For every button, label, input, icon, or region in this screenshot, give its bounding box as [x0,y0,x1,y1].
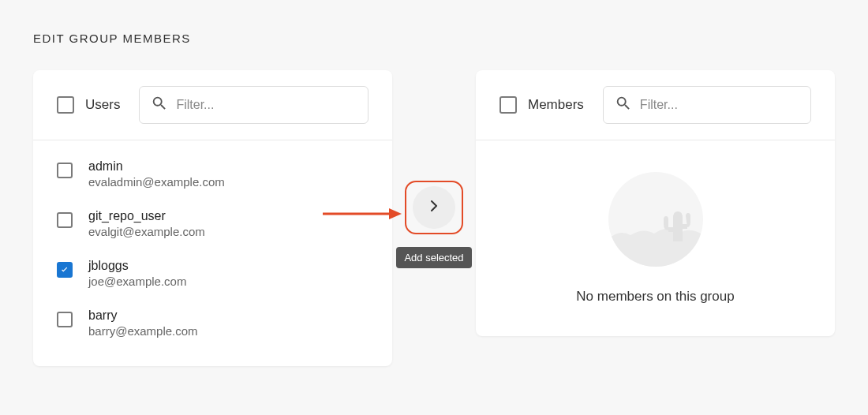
user-email: evaladmin@example.com [88,175,225,189]
add-selected-tooltip: Add selected [396,247,471,268]
members-panel: Members [476,70,835,336]
transfer-button-highlight [405,181,463,234]
svg-rect-2 [668,227,675,232]
cactus-icon [608,172,703,267]
user-email: evalgit@example.com [88,225,205,238]
empty-state-text: No members on this group [492,289,819,305]
users-list: admin evaladmin@example.com git_repo_use… [33,140,392,366]
user-email: barry@example.com [88,324,198,338]
members-panel-header: Members [476,70,835,140]
select-all-members-checkbox[interactable] [499,96,517,114]
chevron-right-icon [425,196,443,219]
users-filter-wrap [139,86,369,124]
user-info: admin evaladmin@example.com [88,159,225,189]
user-row: git_repo_user evalgit@example.com [57,209,369,238]
user-row: barry barry@example.com [57,308,369,338]
search-icon [151,95,168,115]
members-empty-state: No members on this group [476,140,835,336]
users-panel-header: Users [33,70,392,140]
transfer-column: Add selected [392,70,476,268]
add-selected-button[interactable] [413,186,455,229]
page-title: EDIT GROUP MEMBERS [33,32,835,45]
user-name: git_repo_user [88,209,205,223]
members-panel-label: Members [528,97,584,113]
users-panel: Users admin evaladmin@example.com [33,70,392,366]
user-checkbox[interactable] [57,212,73,228]
user-name: jbloggs [88,259,186,273]
user-info: git_repo_user evalgit@example.com [88,209,205,238]
user-name: barry [88,308,198,323]
members-filter-input[interactable] [640,98,799,112]
search-icon [615,95,632,115]
user-row: jbloggs joe@example.com [57,259,369,288]
users-panel-label: Users [85,97,120,113]
user-checkbox[interactable] [57,312,73,327]
user-email: joe@example.com [88,275,186,288]
user-row: admin evaladmin@example.com [57,159,369,189]
user-info: jbloggs joe@example.com [88,259,186,288]
select-all-users-checkbox[interactable] [57,96,74,114]
svg-rect-3 [681,224,687,229]
user-info: barry barry@example.com [88,308,198,338]
user-name: admin [88,159,225,174]
members-filter-wrap [603,86,811,124]
users-filter-input[interactable] [176,98,357,112]
user-checkbox[interactable] [57,262,73,278]
user-checkbox[interactable] [57,163,73,178]
